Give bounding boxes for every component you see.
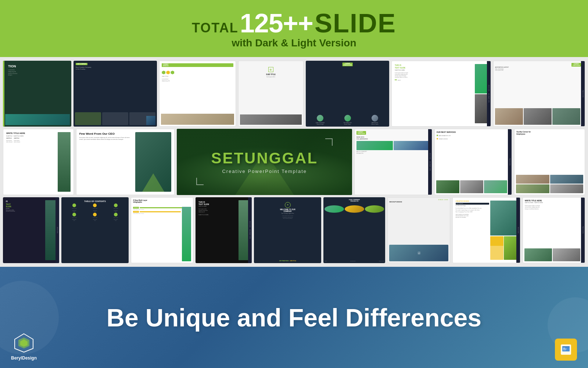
slide-r1s4[interactable]: ⊕ SUB TITLE lorem ipsum dolor — [238, 61, 304, 127]
slide-r3s4a[interactable]: THIS ISTEXT SLIDE SUBTITLE HERElorem ips… — [196, 197, 252, 263]
total-label: TOTAL — [192, 20, 239, 36]
slide-r2s4[interactable]: COMPANYPORTFOLIOS WORK WITHCOLLABORATION… — [354, 129, 432, 195]
google-slides-svg — [559, 343, 573, 356]
feature-slide-setunggal: SETUNGGAL Creative PowerPoint Template — [177, 129, 352, 195]
setunggal-subtitle: Creative PowerPoint Template — [211, 169, 318, 174]
slide-r2s6[interactable]: Facility Corner forEmployees — [514, 129, 585, 195]
slide-r1s7[interactable]: COMPANYPORTFOLIOS AESTHETICS LAYOUT FEEL… — [493, 61, 585, 127]
slide-r1s5[interactable]: COMPANYSTAKEHOLDER LEAD DESIGNERJessica … — [306, 61, 389, 127]
logo-text: BerylDesign — [11, 355, 37, 361]
slide-word: SLIDE — [315, 10, 396, 36]
slide-r3s5[interactable]: SINCE 1998 MOCKUP DESIGN 🖥 — [387, 197, 450, 263]
slide-r3s4c[interactable]: OUR COMPANYPROJECTS OURTRADITIONSOUR STY… — [323, 197, 385, 263]
svg-rect-6 — [563, 348, 565, 348]
slide-r2s5[interactable]: OUR BEST SERVICES MAKE ANIMATION LIFE CR… — [434, 129, 512, 195]
slide-r3s3[interactable]: 8 Step Multi LayerInfographic Heading 6 … — [131, 197, 193, 263]
bottom-section: Be Unique and Feel Differences BerylDesi… — [0, 267, 588, 368]
slide-count: 125++ — [240, 10, 313, 36]
slide-ceo[interactable]: Few Word From Our CEO lorem ipsum dolor … — [76, 129, 175, 195]
header-subtitle: with Dark & Light Version — [232, 37, 356, 49]
setunggal-content: SETUNGGAL Creative PowerPoint Template — [211, 149, 318, 174]
svg-rect-5 — [562, 346, 570, 347]
slide-r3s2[interactable]: TABLE OF CONTENTS SUB TITLE lorem ipsumd… — [61, 197, 129, 263]
svg-rect-8 — [563, 350, 566, 350]
slide-r1s6[interactable]: THIS IS TEXT SLIDE SUBTITLE HERE Lorem i… — [391, 61, 491, 127]
title-row: TOTAL 125++ SLIDE — [192, 10, 396, 36]
google-slides-icon — [555, 339, 577, 361]
slides-row-3: IS TEXTSLIDE A HERElorem ipsum dolorsit … — [3, 197, 585, 263]
slide-r1s1[interactable]: TION consecteturadipiscing elit,sed do e… — [3, 61, 71, 127]
slide-r3s4b[interactable]: ✦ WELCOME TO OURCOMPANY Your Company Tag… — [254, 197, 321, 263]
svg-rect-7 — [563, 349, 567, 350]
bottom-tagline: Be Unique and Feel Differences — [107, 303, 481, 332]
slides-row-2: WRITE TITLE HERE SUBTITLE SUBTITLE HERE … — [3, 129, 585, 195]
slide-r1s2[interactable]: OUR COMPANY Best Creative Companyin this… — [74, 61, 157, 127]
slides-row-1: TION consecteturadipiscing elit,sed do e… — [3, 61, 585, 127]
google-slides-badge — [555, 339, 577, 361]
header-section: TOTAL 125++ SLIDE with Dark & Light Vers… — [0, 0, 588, 57]
setunggal-title: SETUNGGAL — [211, 149, 318, 167]
slides-grid: TION consecteturadipiscing elit,sed do e… — [0, 57, 588, 267]
beryl-logo-icon — [13, 332, 35, 354]
bottom-logo: BerylDesign — [11, 332, 37, 361]
slide-r3s6[interactable]: CREATIVE DESIGN OUR COMPANY Our Wonderfu… — [452, 197, 520, 263]
slide-r3s7[interactable]: WRITE TITLE HERE SUBTITLE HERE SUBTITLE … — [523, 197, 585, 263]
slide-r1s3[interactable]: COMPANYSERVICES SUB TITLE consecteturadi… — [159, 61, 236, 127]
slide-r3s1[interactable]: IS TEXTSLIDE A HERElorem ipsum dolorsit … — [3, 197, 59, 263]
slide-r2s1[interactable]: WRITE TITLE HERE SUBTITLE SUBTITLE HERE … — [3, 129, 74, 195]
